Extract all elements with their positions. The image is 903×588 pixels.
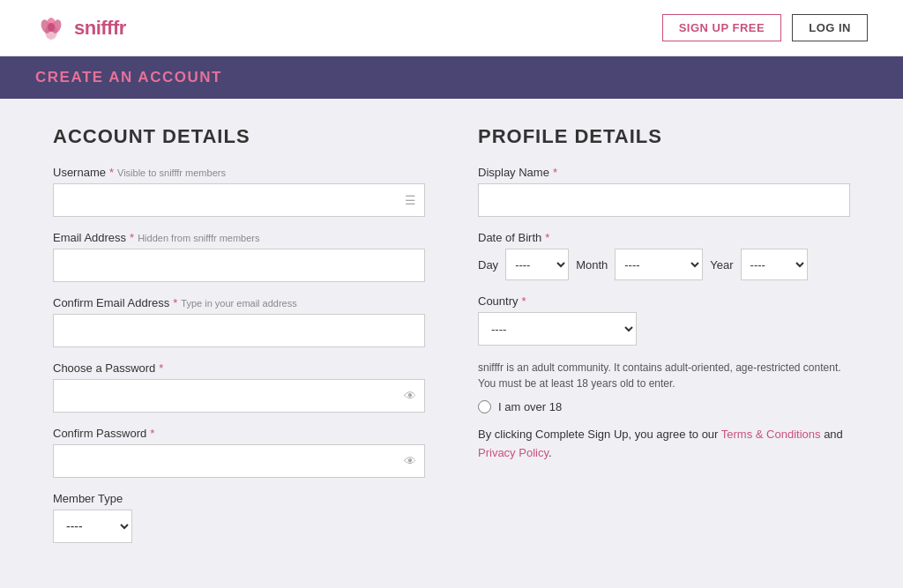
- terms-suffix: .: [549, 446, 552, 459]
- confirm-password-label-text: Confirm Password: [53, 427, 146, 440]
- dob-month-label: Month: [576, 258, 608, 272]
- profile-details-title: PROFILE DETAILS: [478, 125, 850, 148]
- dob-year-select[interactable]: ----: [741, 249, 808, 280]
- email-label: Email Address * Hidden from snifffr memb…: [53, 231, 425, 244]
- confirm-email-input[interactable]: [53, 314, 425, 347]
- confirm-password-field-group: Confirm Password * 👁: [53, 427, 425, 478]
- country-required: *: [522, 294, 526, 308]
- banner-title: CREATE AN ACCOUNT: [35, 69, 222, 86]
- email-input[interactable]: [53, 249, 425, 282]
- password-label: Choose a Password *: [53, 361, 425, 375]
- password-input[interactable]: [53, 379, 425, 413]
- username-label-text: Username: [53, 166, 106, 179]
- username-label: Username * Visible to snifffr members: [53, 166, 425, 179]
- banner: CREATE AN ACCOUNT: [0, 56, 903, 99]
- terms-mid: and: [821, 428, 843, 441]
- password-toggle-icon[interactable]: 👁: [404, 389, 416, 403]
- dob-day-label: Day: [478, 258, 498, 272]
- logo-accent: r: [119, 17, 126, 39]
- logo-area: snifffr: [35, 12, 126, 44]
- terms-prefix: By clicking Complete Sign Up, you agree …: [478, 428, 721, 441]
- confirm-password-label: Confirm Password *: [53, 427, 425, 440]
- country-label-text: Country: [478, 294, 519, 308]
- member-type-label-text: Member Type: [53, 492, 123, 505]
- terms-link[interactable]: Terms & Conditions: [721, 428, 821, 441]
- confirm-email-required: *: [173, 296, 177, 309]
- country-field-group: Country * ---- United Kingdom United Sta…: [478, 294, 850, 346]
- confirm-password-input-wrapper: 👁: [53, 444, 425, 478]
- country-label: Country *: [478, 294, 850, 308]
- logo-icon: [35, 12, 67, 44]
- privacy-link[interactable]: Privacy Policy: [478, 446, 549, 459]
- display-name-label: Display Name *: [478, 166, 850, 179]
- email-required: *: [130, 231, 134, 244]
- username-field-group: Username * Visible to snifffr members ☰: [53, 166, 425, 217]
- password-required: *: [159, 361, 163, 375]
- display-name-field-group: Display Name *: [478, 166, 850, 217]
- dob-required: *: [545, 231, 549, 244]
- dob-label: Date of Birth *: [478, 231, 850, 244]
- profile-details-section: PROFILE DETAILS Display Name * Date of B…: [478, 125, 850, 557]
- confirm-email-input-wrapper: [53, 314, 425, 347]
- password-input-wrapper: 👁: [53, 379, 425, 413]
- password-field-group: Choose a Password * 👁: [53, 361, 425, 413]
- age-confirm-radio[interactable]: [478, 400, 491, 413]
- dob-day-select[interactable]: ----: [505, 249, 569, 280]
- logo-base: snifff: [74, 17, 119, 39]
- account-details-title: ACCOUNT DETAILS: [53, 125, 425, 148]
- svg-point-4: [48, 23, 55, 32]
- header: snifffr SIGN UP FREE LOG IN: [0, 0, 903, 56]
- username-icon: ☰: [405, 193, 416, 207]
- confirm-email-label: Confirm Email Address * Type in your ema…: [53, 296, 425, 309]
- password-label-text: Choose a Password: [53, 361, 155, 375]
- logo-text: snifffr: [74, 17, 126, 40]
- username-input-wrapper: ☰: [53, 183, 425, 217]
- username-hint: Visible to snifffr members: [117, 167, 226, 178]
- confirm-password-toggle-icon[interactable]: 👁: [404, 454, 416, 468]
- display-name-input-wrapper: [478, 183, 850, 217]
- age-confirm-label: I am over 18: [498, 400, 562, 413]
- dob-label-text: Date of Birth: [478, 231, 541, 244]
- display-name-required: *: [553, 166, 557, 179]
- member-type-field-group: Member Type ---- Male Female Other: [53, 492, 425, 543]
- confirm-email-label-text: Confirm Email Address: [53, 296, 169, 309]
- display-name-input[interactable]: [478, 183, 850, 217]
- member-type-select[interactable]: ---- Male Female Other: [53, 510, 132, 543]
- dob-year-label: Year: [710, 258, 733, 272]
- email-label-text: Email Address: [53, 231, 126, 244]
- login-button[interactable]: LOG IN: [792, 14, 868, 41]
- username-required: *: [109, 166, 114, 179]
- member-type-label: Member Type: [53, 492, 425, 505]
- confirm-email-field-group: Confirm Email Address * Type in your ema…: [53, 296, 425, 347]
- confirm-email-hint: Type in your email address: [181, 298, 296, 309]
- dob-month-select[interactable]: ----: [615, 249, 703, 280]
- terms-text: By clicking Complete Sign Up, you agree …: [478, 426, 850, 463]
- username-input[interactable]: [53, 183, 425, 217]
- adult-notice: snifffr is an adult community. It contai…: [478, 360, 850, 391]
- age-confirm-row: I am over 18: [478, 400, 850, 413]
- confirm-password-input[interactable]: [53, 444, 425, 478]
- dob-row: Day ---- Month ---- Year ----: [478, 249, 850, 280]
- confirm-password-required: *: [150, 427, 154, 440]
- email-hint: Hidden from snifffr members: [138, 233, 259, 243]
- main-content: ACCOUNT DETAILS Username * Visible to sn…: [0, 99, 903, 575]
- display-name-label-text: Display Name: [478, 166, 549, 179]
- header-buttons: SIGN UP FREE LOG IN: [662, 14, 868, 41]
- country-select[interactable]: ---- United Kingdom United States Canada…: [478, 312, 637, 346]
- signup-button[interactable]: SIGN UP FREE: [662, 14, 782, 41]
- dob-field-group: Date of Birth * Day ---- Month ---- Year…: [478, 231, 850, 280]
- email-field-group: Email Address * Hidden from snifffr memb…: [53, 231, 425, 282]
- account-details-section: ACCOUNT DETAILS Username * Visible to sn…: [53, 125, 425, 557]
- email-input-wrapper: [53, 249, 425, 282]
